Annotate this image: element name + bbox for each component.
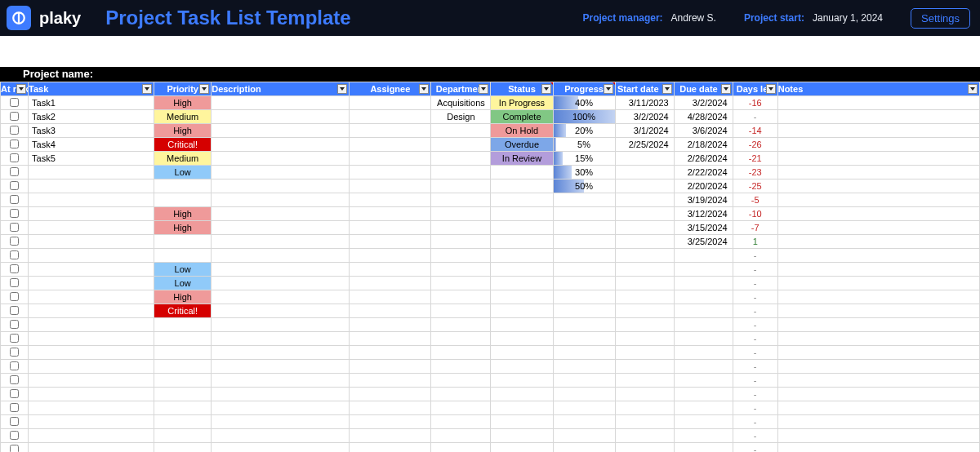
start-date-cell[interactable] xyxy=(615,207,674,221)
notes-cell[interactable] xyxy=(777,401,979,415)
progress-cell[interactable] xyxy=(553,277,615,290)
at-risk-checkbox[interactable] xyxy=(10,250,19,259)
department-cell[interactable]: Acquisitions xyxy=(431,96,491,110)
assignee-cell[interactable] xyxy=(350,360,431,374)
start-date-cell[interactable] xyxy=(615,388,674,401)
department-cell[interactable] xyxy=(431,360,491,374)
priority-cell[interactable] xyxy=(154,318,212,332)
days-left-cell[interactable]: - xyxy=(733,429,777,443)
settings-button[interactable]: Settings xyxy=(911,8,970,29)
assignee-cell[interactable] xyxy=(350,152,431,166)
start-date-cell[interactable]: 2/25/2024 xyxy=(615,138,674,152)
task-cell[interactable] xyxy=(29,166,154,179)
assignee-cell[interactable] xyxy=(350,346,431,360)
description-cell[interactable] xyxy=(212,388,350,401)
status-cell[interactable] xyxy=(491,346,553,360)
status-cell[interactable] xyxy=(491,263,553,277)
due-date-cell[interactable] xyxy=(674,277,733,290)
start-date-cell[interactable] xyxy=(615,443,674,453)
status-cell[interactable]: On Hold xyxy=(491,124,553,138)
notes-cell[interactable] xyxy=(777,374,979,388)
task-cell[interactable] xyxy=(29,290,154,304)
description-cell[interactable] xyxy=(212,96,350,110)
department-cell[interactable] xyxy=(431,443,491,453)
at-risk-checkbox[interactable] xyxy=(10,445,19,453)
priority-cell[interactable]: Low xyxy=(154,277,212,290)
priority-cell[interactable]: High xyxy=(154,207,212,221)
notes-cell[interactable] xyxy=(777,443,979,453)
assignee-cell[interactable] xyxy=(350,110,431,124)
due-date-cell[interactable]: 3/6/2024 xyxy=(674,124,733,138)
task-cell[interactable] xyxy=(29,221,154,235)
at-risk-checkbox[interactable] xyxy=(10,237,19,246)
at-risk-checkbox[interactable] xyxy=(10,167,19,176)
notes-cell[interactable] xyxy=(777,346,979,360)
department-cell[interactable] xyxy=(431,415,491,429)
at-risk-checkbox[interactable] xyxy=(10,348,19,357)
progress-cell[interactable] xyxy=(553,235,615,249)
assignee-cell[interactable] xyxy=(350,166,431,179)
priority-cell[interactable]: High xyxy=(154,221,212,235)
start-date-cell[interactable]: 3/11/2023 xyxy=(615,96,674,110)
description-cell[interactable] xyxy=(212,249,350,263)
at-risk-checkbox[interactable] xyxy=(10,403,19,412)
start-date-cell[interactable] xyxy=(615,277,674,290)
progress-cell[interactable] xyxy=(553,374,615,388)
task-cell[interactable] xyxy=(29,346,154,360)
status-cell[interactable] xyxy=(491,290,553,304)
due-date-cell[interactable] xyxy=(674,401,733,415)
due-date-cell[interactable]: 3/12/2024 xyxy=(674,207,733,221)
days-left-cell[interactable]: - xyxy=(733,388,777,401)
days-left-cell[interactable]: - xyxy=(733,263,777,277)
assignee-cell[interactable] xyxy=(350,374,431,388)
task-cell[interactable]: Task3 xyxy=(29,124,154,138)
start-date-cell[interactable] xyxy=(615,235,674,249)
at-risk-checkbox[interactable] xyxy=(10,361,19,370)
at-risk-checkbox[interactable] xyxy=(10,375,19,384)
due-date-cell[interactable] xyxy=(674,360,733,374)
progress-cell[interactable]: 5% xyxy=(553,138,615,152)
notes-cell[interactable] xyxy=(777,96,979,110)
task-cell[interactable]: Task5 xyxy=(29,152,154,166)
progress-cell[interactable] xyxy=(553,207,615,221)
priority-cell[interactable]: High xyxy=(154,124,212,138)
progress-cell[interactable] xyxy=(553,388,615,401)
notes-cell[interactable] xyxy=(777,360,979,374)
assignee-cell[interactable] xyxy=(350,443,431,453)
department-cell[interactable] xyxy=(431,263,491,277)
start-date-cell[interactable] xyxy=(615,332,674,346)
days-left-cell[interactable]: 1 xyxy=(733,235,777,249)
priority-cell[interactable] xyxy=(154,346,212,360)
task-cell[interactable]: Task1 xyxy=(29,96,154,110)
filter-icon[interactable] xyxy=(199,84,209,94)
progress-cell[interactable] xyxy=(553,401,615,415)
task-cell[interactable] xyxy=(29,263,154,277)
assignee-cell[interactable] xyxy=(350,221,431,235)
description-cell[interactable] xyxy=(212,207,350,221)
filter-icon[interactable] xyxy=(766,84,776,94)
description-cell[interactable] xyxy=(212,221,350,235)
department-cell[interactable] xyxy=(431,374,491,388)
due-date-cell[interactable]: 3/19/2024 xyxy=(674,193,733,207)
progress-cell[interactable] xyxy=(553,415,615,429)
col-priority[interactable]: Priority xyxy=(154,82,212,96)
priority-cell[interactable] xyxy=(154,401,212,415)
at-risk-checkbox[interactable] xyxy=(10,334,19,343)
progress-cell[interactable] xyxy=(553,290,615,304)
due-date-cell[interactable] xyxy=(674,443,733,453)
department-cell[interactable] xyxy=(431,193,491,207)
department-cell[interactable] xyxy=(431,401,491,415)
priority-cell[interactable] xyxy=(154,443,212,453)
start-date-cell[interactable] xyxy=(615,249,674,263)
at-risk-checkbox[interactable] xyxy=(10,126,19,135)
days-left-cell[interactable]: - xyxy=(733,415,777,429)
status-cell[interactable]: In Progress xyxy=(491,96,553,110)
col-notes[interactable]: Notes xyxy=(777,82,979,96)
due-date-cell[interactable]: 2/26/2024 xyxy=(674,152,733,166)
days-left-cell[interactable]: - xyxy=(733,360,777,374)
at-risk-checkbox[interactable] xyxy=(10,417,19,426)
progress-cell[interactable] xyxy=(553,332,615,346)
assignee-cell[interactable] xyxy=(350,388,431,401)
priority-cell[interactable] xyxy=(154,249,212,263)
task-cell[interactable]: Task2 xyxy=(29,110,154,124)
